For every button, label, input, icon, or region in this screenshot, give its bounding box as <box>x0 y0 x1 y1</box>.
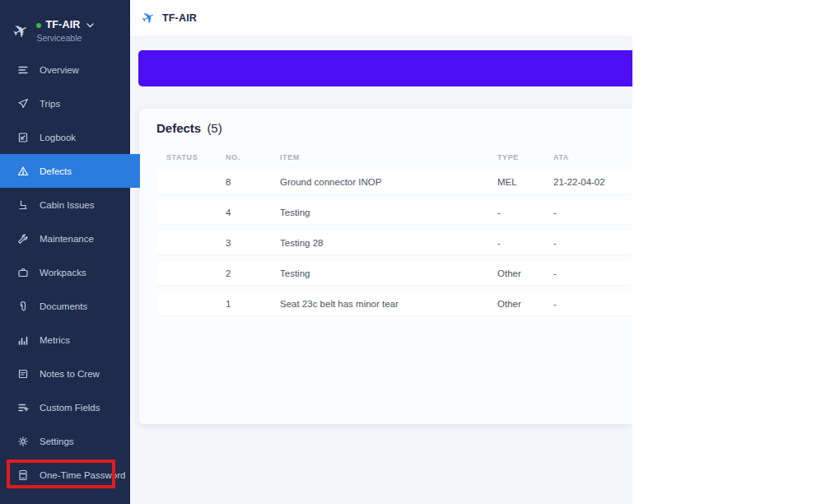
column-header-ata: ATA <box>553 153 632 161</box>
defects-table-body: 8 Ground connector INOP MEL 21-22-04-02 … <box>156 170 632 315</box>
table-row[interactable]: 2 Testing Other - <box>156 262 632 285</box>
cell-ata: - <box>553 299 632 309</box>
sidebar-item-one-time-password[interactable]: One-Time Password <box>0 458 130 492</box>
cabin-seat-icon <box>16 198 29 211</box>
sidebar-nav: Overview Trips Logbook Defects <box>0 53 130 492</box>
wrench-icon <box>16 232 29 245</box>
sidebar-item-maintenance[interactable]: Maintenance <box>0 222 130 255</box>
serviceable-status-dot <box>36 23 41 28</box>
sidebar-item-label: Overview <box>40 65 79 75</box>
cell-item: Testing 28 <box>280 238 497 248</box>
defects-card-title: Defects (5) <box>156 121 632 135</box>
cell-type: - <box>497 208 553 217</box>
sidebar-item-metrics[interactable]: Metrics <box>0 323 130 357</box>
cell-ata: 21-22-04-02 <box>553 177 632 187</box>
cell-item: Seat 23c belt has minor tear <box>280 299 497 309</box>
sidebar-item-label: Trips <box>40 99 60 109</box>
cell-no: 4 <box>226 208 280 217</box>
cell-no: 2 <box>226 268 280 278</box>
aircraft-status: Serviceable <box>36 33 93 44</box>
aircraft-name: TF-AIR <box>45 19 80 32</box>
gear-icon <box>16 435 29 447</box>
table-row[interactable]: 8 Ground connector INOP MEL 21-22-04-02 <box>156 170 632 194</box>
list-plus-icon <box>16 401 29 413</box>
defects-table-header: STATUS NO. ITEM TYPE ATA <box>156 151 632 164</box>
sidebar-item-label: Documents <box>40 301 87 311</box>
sidebar: ✈ TF-AIR Serviceable Overview <box>0 0 130 504</box>
sidebar-item-label: Notes to Crew <box>40 369 100 379</box>
brand-title[interactable]: TF-AIR <box>162 12 197 24</box>
cell-ata: - <box>553 208 632 217</box>
main-area: ✈ TF-AIR Defects (5) STATUS NO. ITEM TYP… <box>130 0 632 504</box>
cell-ata: - <box>553 268 632 278</box>
sidebar-item-settings[interactable]: Settings <box>0 424 130 458</box>
table-row[interactable]: 4 Testing - - <box>156 201 632 224</box>
defects-card: Defects (5) STATUS NO. ITEM TYPE ATA 8 G… <box>139 109 632 424</box>
cell-item: Ground connector INOP <box>280 177 497 187</box>
app-window: ✈ TF-AIR Serviceable Overview <box>0 0 821 504</box>
sidebar-item-label: Custom Fields <box>40 403 100 413</box>
column-header-no: NO. <box>226 153 280 161</box>
sidebar-item-label: Workpacks <box>40 268 86 278</box>
note-icon <box>16 367 29 380</box>
sidebar-item-documents[interactable]: Documents <box>0 289 130 323</box>
defects-count: (5) <box>207 121 222 135</box>
cell-no: 3 <box>226 238 280 248</box>
cell-item: Testing <box>280 268 497 278</box>
briefcase-icon <box>16 266 29 278</box>
sidebar-item-label: Cabin Issues <box>40 200 94 210</box>
brand-plane-icon: ✈ <box>138 7 157 27</box>
sidebar-item-overview[interactable]: Overview <box>0 53 130 86</box>
alert-banner[interactable] <box>138 50 632 86</box>
sidebar-item-label: Logbook <box>40 133 76 142</box>
sidebar-item-label: Maintenance <box>40 234 94 244</box>
chevron-down-icon <box>86 23 94 28</box>
sidebar-item-trips[interactable]: Trips <box>0 86 130 120</box>
column-header-status: STATUS <box>166 153 226 161</box>
aircraft-selector[interactable]: ✈ TF-AIR Serviceable <box>0 0 130 49</box>
cell-type: - <box>497 238 553 248</box>
cell-no: 8 <box>226 177 280 187</box>
otp-device-icon <box>16 469 29 481</box>
cell-type: MEL <box>497 177 553 187</box>
table-row[interactable]: 1 Seat 23c belt has minor tear Other - <box>156 292 632 315</box>
cell-type: Other <box>497 268 553 278</box>
trips-plane-icon <box>16 97 29 110</box>
defects-title-text: Defects <box>156 121 201 135</box>
warning-triangle-icon <box>16 165 29 177</box>
sidebar-item-label: One-Time Password <box>40 470 125 480</box>
cell-no: 1 <box>226 299 280 309</box>
topbar: ✈ TF-AIR <box>130 0 632 35</box>
paperclip-icon <box>16 300 29 312</box>
sidebar-item-custom-fields[interactable]: Custom Fields <box>0 390 130 424</box>
column-header-item: ITEM <box>280 153 497 161</box>
airline-logo-plane-icon: ✈ <box>10 20 32 43</box>
cell-item: Testing <box>280 208 497 217</box>
sidebar-item-workpacks[interactable]: Workpacks <box>0 255 130 289</box>
table-row[interactable]: 3 Testing 28 - - <box>156 231 632 254</box>
cell-ata: - <box>553 238 632 248</box>
column-header-type: TYPE <box>497 153 553 161</box>
logbook-icon <box>16 131 29 143</box>
cell-type: Other <box>497 299 553 309</box>
sidebar-item-cabin-issues[interactable]: Cabin Issues <box>0 188 130 222</box>
sidebar-item-notes-to-crew[interactable]: Notes to Crew <box>0 357 130 390</box>
bar-chart-icon <box>16 334 29 346</box>
overview-icon <box>16 63 29 76</box>
sidebar-item-label: Metrics <box>40 335 70 345</box>
sidebar-item-label: Settings <box>40 436 74 446</box>
blank-canvas-area <box>632 0 821 504</box>
sidebar-item-label: Defects <box>40 166 72 176</box>
sidebar-item-logbook[interactable]: Logbook <box>0 120 130 154</box>
sidebar-item-defects[interactable]: Defects <box>0 154 140 188</box>
